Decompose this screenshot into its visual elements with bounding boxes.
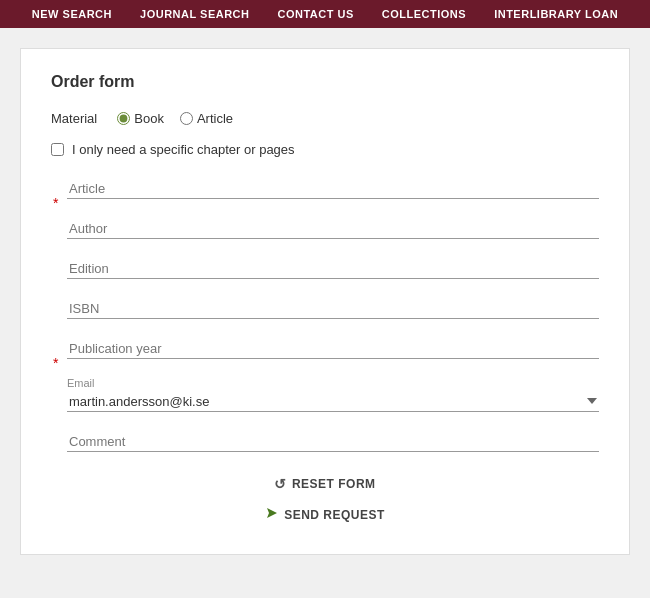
nav-collections[interactable]: COLLECTIONS [368,0,480,28]
email-label: Email [67,377,599,389]
pub-year-field-group [67,337,599,359]
author-input[interactable] [67,217,599,239]
author-field-group [67,217,599,239]
send-icon [265,506,279,524]
edition-field-group [67,257,599,279]
reset-button[interactable]: ↺ RESET FORM [274,476,375,492]
reset-icon: ↺ [274,476,287,492]
chapter-checkbox-row: I only need a specific chapter or pages [51,142,599,157]
svg-marker-0 [267,508,277,518]
send-label: SEND REQUEST [284,508,385,522]
radio-book-label[interactable]: Book [117,111,164,126]
isbn-field-group [67,297,599,319]
button-row: ↺ RESET FORM SEND REQUEST [51,476,599,524]
email-select[interactable]: martin.andersson@ki.se [67,390,599,412]
nav-interlibrary-loan[interactable]: INTERLIBRARY LOAN [480,0,632,28]
radio-article-text: Article [197,111,233,126]
edition-input[interactable] [67,257,599,279]
article-field-group [67,177,599,199]
radio-book[interactable] [117,112,130,125]
main-nav: NEW SEARCH JOURNAL SEARCH CONTACT US COL… [0,0,650,28]
comment-input[interactable] [67,430,599,452]
radio-group-material: Book Article [117,111,233,126]
comment-field-group [67,430,599,452]
nav-new-search[interactable]: NEW SEARCH [18,0,126,28]
material-label: Material [51,111,97,126]
reset-label: RESET FORM [292,477,376,491]
chapter-checkbox-label[interactable]: I only need a specific chapter or pages [72,142,295,157]
form-title: Order form [51,73,599,91]
radio-article[interactable] [180,112,193,125]
material-row: Material Book Article [51,111,599,126]
radio-article-label[interactable]: Article [180,111,233,126]
pub-year-input[interactable] [67,337,599,359]
nav-contact-us[interactable]: CONTACT US [264,0,368,28]
send-button[interactable]: SEND REQUEST [265,506,385,524]
chapter-checkbox[interactable] [51,143,64,156]
email-field-wrap: Email martin.andersson@ki.se [67,377,599,412]
isbn-input[interactable] [67,297,599,319]
order-form-card: Order form Material Book Article I only … [20,48,630,555]
article-input[interactable] [67,177,599,199]
nav-journal-search[interactable]: JOURNAL SEARCH [126,0,263,28]
radio-book-text: Book [134,111,164,126]
